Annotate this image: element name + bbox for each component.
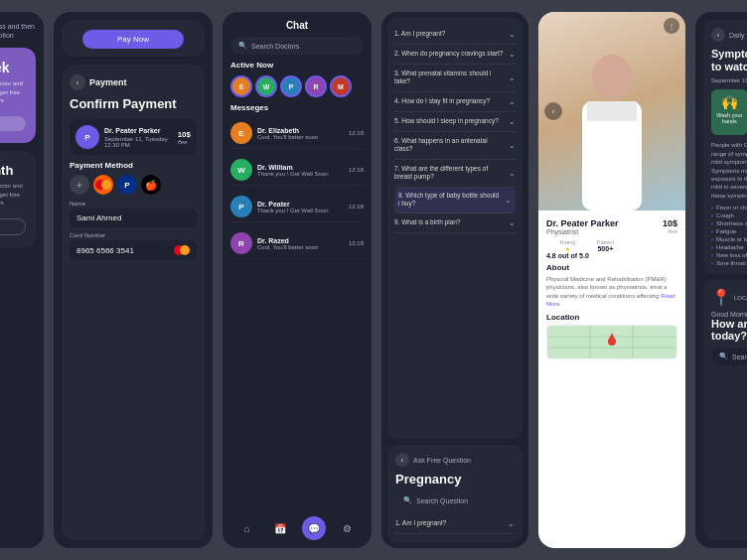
doctor-full-name: Dr. Peater Parker xyxy=(546,218,619,228)
photo-prev-button[interactable]: ‹ xyxy=(544,102,562,120)
location-section-title: Location xyxy=(546,313,677,322)
chat-nav-icon[interactable]: 💬 xyxy=(302,516,326,540)
location-header: 📍 LOCATION Sylhet, BD xyxy=(711,288,747,307)
chevron-icon-5: ⌄ xyxy=(509,117,516,126)
symptom-fever: •Fever or chills xyxy=(711,205,747,210)
payment-panel: Pay Now ‹ Payment Confirm Payment P Dr. … xyxy=(54,12,213,548)
daily-back-button[interactable]: ‹ xyxy=(711,28,725,42)
search-icon: 🔍 xyxy=(238,42,247,50)
monthly-price: $100 / Month xyxy=(0,163,26,178)
message-item-4[interactable]: R Dr. Razed Cool, You'll better soon 12:… xyxy=(230,228,364,259)
patient-section: Patient 500+ xyxy=(597,239,614,259)
search-doctors-bar[interactable]: 🔍 Search Doctors xyxy=(711,348,747,365)
message-item-1[interactable]: E Dr. Elizabeth Cool, You'll better soon… xyxy=(230,118,364,149)
covid-article-title: Symptoms of Covid to watch out for xyxy=(711,48,747,73)
symptom-cough: •Cough xyxy=(711,212,747,218)
applepay-icon[interactable]: 🍎 xyxy=(141,175,161,195)
active-avatars-list: E W P R M xyxy=(230,75,364,97)
covid-meta: September 10 · 08:36 AM xyxy=(711,77,747,83)
faq-item-6[interactable]: 6. What happens in an antenatal class? ⌄ xyxy=(394,132,516,160)
faq-ask-panel: 1. Am I pregnant? ⌄ 2. When do pregnancy… xyxy=(381,12,528,548)
rating-value: 4.8 out of 5.0 xyxy=(546,252,589,259)
map-view[interactable] xyxy=(546,325,677,359)
name-field-label: Name xyxy=(70,201,197,207)
bottom-navigation: ⌂ 📅 💬 ⚙ xyxy=(230,510,364,540)
ask-search-bar[interactable]: 🔍 Search Question xyxy=(395,491,515,509)
chevron-icon-4: ⌄ xyxy=(509,97,516,106)
ask-title: Pregnancy xyxy=(395,472,515,487)
chat-panel: Chat 🔍 Search Doctors Active Now E W P R… xyxy=(223,12,372,548)
ask-chevron-1: ⌄ xyxy=(508,519,515,528)
chevron-icon-2: ⌄ xyxy=(509,50,516,59)
payment-method-label: Payment Method xyxy=(70,161,197,170)
active-avatar-5[interactable]: M xyxy=(330,75,352,97)
symptom-headache: •Headache xyxy=(711,244,747,250)
photo-menu-button[interactable]: ⋮ xyxy=(664,18,679,34)
calendar-nav-icon[interactable]: 📅 xyxy=(268,516,292,540)
paypal-icon[interactable]: P xyxy=(117,175,137,195)
monthly-plan-card: $100 / Month Unlimited access with the d… xyxy=(0,151,36,246)
faq-item-3[interactable]: 3. What prenatal vitamins should i take?… xyxy=(394,65,516,92)
doctor-rating-row: Rating ★ 4.8 out of 5.0 Patient 500+ xyxy=(546,239,677,259)
faq-item-1[interactable]: 1. Am I pregnant? ⌄ xyxy=(394,25,516,45)
active-avatar-1[interactable]: E xyxy=(230,75,252,97)
doctor-name-price-row: Dr. Peater Parker Physiatrist 10$ /fee xyxy=(546,218,677,235)
ask-search-placeholder: Search Question xyxy=(416,497,468,504)
payment-back-button[interactable]: ‹ xyxy=(70,74,85,90)
faq-item-4[interactable]: 4. How do I stay fit in pregnancy? ⌄ xyxy=(394,92,516,112)
location-pin-icon: 📍 xyxy=(711,288,731,307)
message-item-2[interactable]: W Dr. William Thank you ! Get Well Soon … xyxy=(230,155,364,186)
faq-item-7[interactable]: 7. What are the different types of breas… xyxy=(394,160,516,188)
choose-monthly-button[interactable]: I Choose this xyxy=(0,218,26,235)
active-avatar-3[interactable]: P xyxy=(280,75,302,97)
greeting-text: Good Morning ! Sami Ahmed xyxy=(711,311,747,318)
chevron-icon-1: ⌄ xyxy=(509,30,516,39)
choose-weekly-button[interactable]: I Choose this xyxy=(0,116,26,131)
home-nav-icon[interactable]: ⌂ xyxy=(235,516,259,540)
chat-search-bar[interactable]: 🔍 Search Doctors xyxy=(230,37,364,55)
faq-item-5[interactable]: 5. How should I sleep in pregnancy? ⌄ xyxy=(394,112,516,132)
card-type-icon xyxy=(174,245,190,255)
monthly-desc: Unlimited access with the doctor and get… xyxy=(0,182,26,207)
msg-text-razed: Cool, You'll better soon xyxy=(257,244,344,250)
settings-nav-icon[interactable]: ⚙ xyxy=(335,516,359,540)
doctor-price-value: 10$ xyxy=(663,218,677,228)
confirm-payment-title: Confirm Payment xyxy=(70,96,197,111)
doctor-price-fee: /fee xyxy=(663,228,677,234)
card-field-label: Card Number xyxy=(70,232,197,238)
ask-question-section: ‹ Ask Free Question Pregnancy 🔍 Search Q… xyxy=(387,445,523,542)
msg-time-peater: 12:18 xyxy=(349,204,364,210)
symptom-fatigue: •Fatigue xyxy=(711,228,747,234)
faq-item-8[interactable]: 8. Which type of baby bottle should i bu… xyxy=(394,188,516,213)
name-input[interactable]: Sami Ahmed xyxy=(70,209,197,227)
subscription-intro: You can start with free access and then … xyxy=(0,22,36,40)
symptom-breath: •Shortness of breath or difficulty breat… xyxy=(711,220,747,226)
active-avatar-2[interactable]: W xyxy=(255,75,277,97)
doctor-profile-panel: ‹ ⋮ Dr. Peater Parker Physiatrist 10$ /f… xyxy=(538,12,685,548)
about-title: About xyxy=(546,263,677,272)
mastercard-icon[interactable] xyxy=(93,175,113,195)
svg-point-0 xyxy=(592,55,632,98)
ask-back-button[interactable]: ‹ xyxy=(395,453,409,467)
add-payment-button[interactable]: + xyxy=(70,175,89,195)
weekly-desc: Unlimited access with the doctor and get… xyxy=(0,79,26,104)
msg-content-peater: Dr. Peater Thank you ! Get Well Soon xyxy=(257,201,344,213)
faq-item-9[interactable]: 9. What is a birth plan? ⌄ xyxy=(394,213,516,233)
active-avatar-4[interactable]: R xyxy=(305,75,327,97)
msg-name-peater: Dr. Peater xyxy=(257,201,344,208)
search-placeholder: Search Doctors xyxy=(251,43,299,50)
daily-update-panel: ‹ Daily Update Symptoms of Covid to watc… xyxy=(695,12,747,548)
payment-header: ‹ Payment xyxy=(70,74,197,90)
daily-update-label: Daily Update xyxy=(729,32,747,39)
weekly-price: $30 / Week xyxy=(0,60,26,75)
message-item-3[interactable]: P Dr. Peater Thank you ! Get Well Soon 1… xyxy=(230,192,364,222)
patient-value: 500+ xyxy=(597,245,613,252)
doctor-profile-info: Dr. Peater Parker Physiatrist 10$ /fee R… xyxy=(538,210,685,548)
ask-faq-item-1[interactable]: 1. Am I pregnant? ⌄ xyxy=(395,514,515,534)
msg-name-elizabeth: Dr. Elizabeth xyxy=(257,127,344,134)
msg-time-razed: 12:18 xyxy=(349,240,364,246)
pay-now-button[interactable]: Pay Now xyxy=(82,30,184,49)
chevron-icon-7: ⌄ xyxy=(509,169,516,178)
card-input[interactable]: 8965 6566 3541 xyxy=(70,240,197,260)
faq-item-2[interactable]: 2. When do pregnancy cravings start? ⌄ xyxy=(394,45,516,65)
